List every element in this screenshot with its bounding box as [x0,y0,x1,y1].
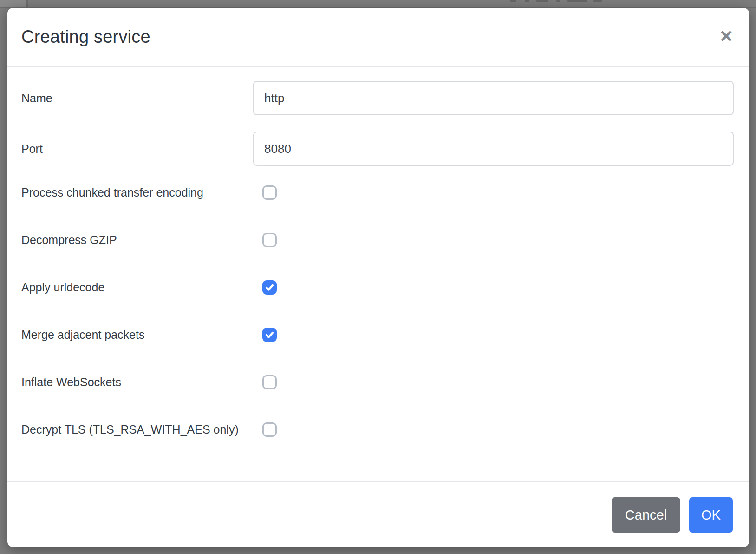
header-divider [7,66,749,67]
port-field-row: Port [21,132,734,166]
decompress-gzip-checkbox[interactable] [262,233,277,247]
footer-divider [7,481,749,482]
background-page-remnant [510,0,516,2]
decrypt-tls-label: Decrypt TLS (TLS_RSA_WITH_AES only) [21,423,262,436]
dialog-footer-buttons: Cancel OK [612,497,733,533]
checkbox-row: Apply urldecode [21,280,734,295]
process-chunked-checkbox[interactable] [262,185,277,200]
name-input[interactable] [253,81,734,115]
decompress-gzip-label: Decompress GZIP [21,233,262,247]
checkbox-row: Merge adjacent packets [21,328,734,342]
port-label: Port [21,142,253,156]
dialog-title: Creating service [21,27,150,47]
inflate-websockets-checkbox[interactable] [262,375,277,389]
check-icon [265,330,274,340]
background-page-remnant [567,0,587,2]
background-page-remnant [0,0,26,7]
checkbox-row: Process chunked transfer encoding [21,185,734,200]
apply-urldecode-checkbox[interactable] [262,280,277,295]
dialog-header: Creating service [7,8,749,66]
background-page-remnant [556,0,560,2]
check-icon [265,283,274,292]
close-button[interactable]: × [716,26,736,46]
close-icon: × [720,25,733,46]
decrypt-tls-checkbox[interactable] [262,422,277,437]
process-chunked-label: Process chunked transfer encoding [21,186,262,199]
checkbox-row: Decrypt TLS (TLS_RSA_WITH_AES only) [21,422,734,437]
background-page-remnant [593,0,602,2]
name-field-row: Name [21,81,734,115]
checkbox-row: Decompress GZIP [21,233,734,247]
cancel-button[interactable]: Cancel [612,497,680,533]
name-label: Name [21,92,253,105]
checkbox-row: Inflate WebSockets [21,375,734,389]
background-page-remnant [536,0,548,2]
port-input[interactable] [253,132,734,166]
background-page-remnant [525,0,529,2]
ok-button[interactable]: OK [689,497,733,533]
creating-service-dialog: Creating service × Name Port Process chu… [7,8,749,547]
apply-urldecode-label: Apply urldecode [21,281,262,294]
merge-adjacent-packets-checkbox[interactable] [262,328,277,342]
background-page-divider [26,0,28,7]
inflate-websockets-label: Inflate WebSockets [21,376,262,389]
merge-adjacent-packets-label: Merge adjacent packets [21,328,262,342]
